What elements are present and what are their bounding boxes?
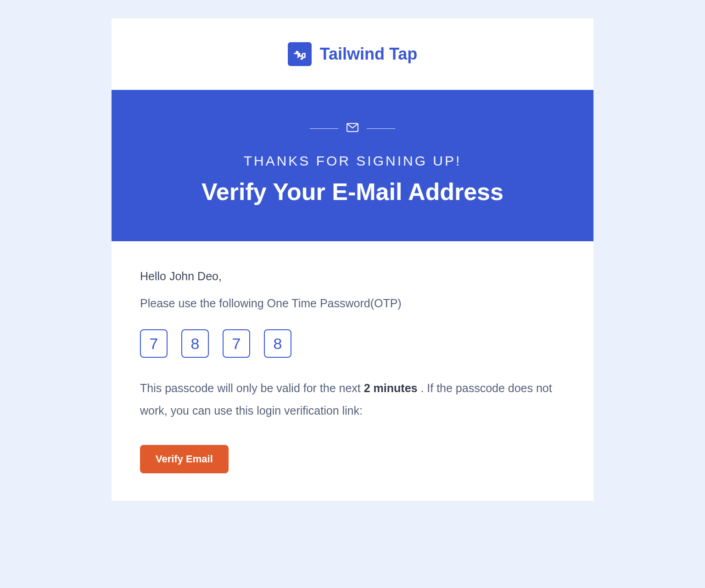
hero-banner: THANKS FOR SIGNING UP! Verify Your E-Mai… bbox=[112, 90, 593, 241]
otp-digit: 8 bbox=[264, 329, 291, 358]
instruction-text: Please use the following One Time Passwo… bbox=[140, 297, 565, 310]
brand-name: Tailwind Tap bbox=[320, 44, 418, 64]
tap-logo-icon bbox=[288, 42, 312, 66]
divider-line bbox=[367, 128, 395, 129]
verify-email-button[interactable]: Verify Email bbox=[140, 445, 229, 473]
otp-digit: 8 bbox=[181, 329, 209, 358]
otp-digit: 7 bbox=[140, 329, 168, 358]
email-card: Tailwind Tap THANKS FOR SIGNING UP! Veri… bbox=[112, 18, 593, 501]
hero-title: Verify Your E-Mail Address bbox=[130, 178, 575, 205]
note-duration: 2 minutes bbox=[364, 382, 418, 394]
body-section: Hello John Deo, Please use the following… bbox=[112, 241, 593, 501]
divider-line bbox=[310, 128, 338, 129]
mail-icon-row bbox=[130, 123, 575, 134]
header: Tailwind Tap bbox=[112, 18, 593, 90]
otp-digit: 7 bbox=[223, 329, 250, 358]
note-prefix: This passcode will only be valid for the… bbox=[140, 382, 364, 394]
mail-icon bbox=[347, 123, 358, 134]
validity-note: This passcode will only be valid for the… bbox=[140, 377, 565, 422]
hero-subtitle: THANKS FOR SIGNING UP! bbox=[130, 153, 575, 169]
otp-row: 7 8 7 8 bbox=[140, 329, 565, 358]
greeting-text: Hello John Deo, bbox=[140, 270, 565, 283]
